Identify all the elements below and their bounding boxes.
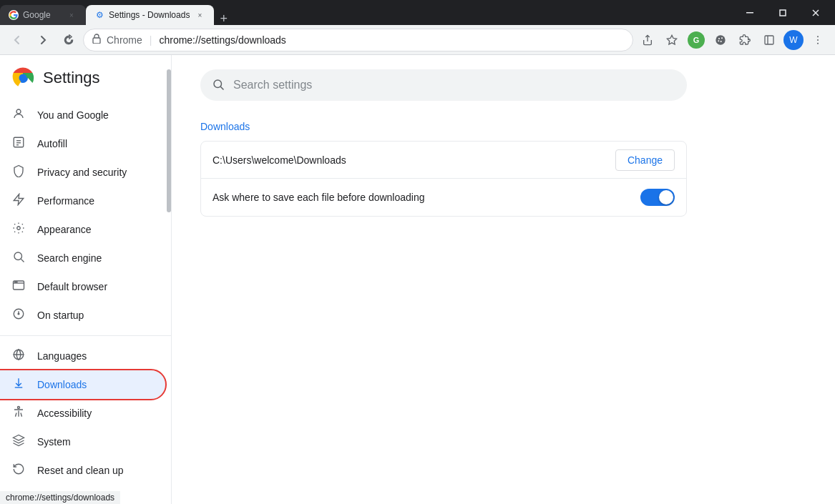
sidebar-item-on-startup[interactable]: On startup [0, 301, 165, 330]
sidebar-item-label-autofill: Autofill [37, 138, 67, 149]
nav-divider [0, 335, 171, 336]
share-icon[interactable] [636, 29, 659, 51]
sidebar-item-label-languages: Languages [37, 350, 87, 362]
sidebar-item-performance[interactable]: Performance [0, 187, 165, 215]
address-bar[interactable]: Chrome | chrome://settings/downloads [83, 29, 633, 51]
download-path-row: C:\Users\welcome\Downloads Change [201, 142, 686, 179]
settings-search-bar[interactable] [200, 69, 687, 101]
reset-clean-icon [11, 463, 26, 479]
svg-point-10 [721, 41, 722, 42]
sidebar-item-default-browser[interactable]: Default browser [0, 272, 165, 301]
sidebar: Settings You and Google Autofill Privacy… [0, 55, 172, 504]
sidebar-item-label-you-and-google: You and Google [37, 109, 109, 121]
svg-point-36 [18, 406, 20, 408]
new-tab-button[interactable]: + [214, 12, 233, 25]
svg-point-15 [817, 42, 819, 44]
google-avatar-icon[interactable]: G [685, 29, 708, 51]
sidebar-item-label-system: System [37, 436, 71, 448]
svg-point-14 [817, 39, 819, 41]
cookie-icon[interactable] [709, 29, 732, 51]
svg-point-9 [718, 40, 719, 41]
sidebar-item-label-appearance: Appearance [37, 224, 92, 235]
search-input[interactable] [233, 79, 675, 92]
appearance-icon [11, 222, 26, 238]
svg-line-38 [220, 87, 223, 89]
sidebar-item-label-privacy: Privacy and security [37, 167, 127, 178]
svg-rect-2 [780, 10, 786, 16]
scroll-thumb[interactable] [167, 69, 171, 212]
downloads-icon [11, 377, 26, 393]
status-url: chrome://settings/downloads [6, 493, 114, 503]
forward-button[interactable] [31, 29, 54, 51]
nav-bar: Chrome | chrome://settings/downloads G W [0, 25, 835, 55]
you-and-google-icon [11, 107, 26, 124]
ask-before-saving-toggle[interactable] [640, 189, 675, 206]
address-separator: | [150, 34, 152, 46]
sidebar-item-appearance[interactable]: Appearance [0, 215, 165, 244]
sidebar-item-label-search: Search engine [37, 252, 102, 264]
sidebar-item-label-reset-clean: Reset and clean up [37, 465, 124, 476]
svg-rect-11 [765, 36, 773, 44]
download-path-text: C:\Users\welcome\Downloads [213, 154, 615, 166]
default-browser-icon [11, 279, 26, 295]
sidebar-item-label-downloads: Downloads [37, 379, 87, 390]
tab-google-label: Google [23, 10, 62, 20]
svg-rect-5 [93, 38, 100, 44]
main-container: Settings You and Google Autofill Privacy… [0, 55, 835, 504]
address-url: chrome://settings/downloads [159, 34, 285, 46]
sidebar-item-label-performance: Performance [37, 195, 94, 207]
privacy-icon [11, 164, 26, 181]
sidebar-item-system[interactable]: System [0, 428, 165, 456]
sidebar-item-you-and-google[interactable]: You and Google [0, 101, 165, 129]
on-startup-icon [11, 307, 26, 324]
sidebar-item-reset-clean[interactable]: Reset and clean up [0, 456, 165, 485]
search-engine-icon [11, 250, 26, 267]
settings-header: Settings [0, 61, 171, 101]
tab-settings[interactable]: ⚙ Settings - Downloads × [86, 5, 214, 25]
svg-point-6 [716, 35, 725, 44]
svg-point-33 [18, 313, 19, 315]
tab-google-close[interactable]: × [66, 9, 77, 21]
address-lock-icon [92, 34, 101, 46]
change-button[interactable]: Change [615, 149, 675, 171]
window-controls [733, 0, 835, 25]
system-icon [11, 434, 26, 450]
bookmark-icon[interactable] [660, 29, 683, 51]
sidebar-item-search-engine[interactable]: Search engine [0, 244, 165, 272]
ask-toggle-label: Ask where to save each file before downl… [213, 192, 640, 203]
tab-google[interactable]: Google × [0, 5, 86, 25]
restore-button[interactable] [766, 0, 799, 25]
sidebar-scrollbar[interactable] [167, 55, 171, 504]
address-domain: Chrome [107, 34, 142, 46]
svg-line-26 [21, 259, 24, 262]
content-area: Downloads C:\Users\welcome\Downloads Cha… [172, 55, 835, 504]
reload-button[interactable] [57, 29, 80, 51]
accessibility-icon [11, 405, 26, 422]
profile-icon[interactable]: W [782, 29, 805, 51]
sidebar-toggle-icon[interactable] [758, 29, 781, 51]
google-favicon [9, 10, 19, 20]
autofill-icon [11, 136, 26, 152]
close-button[interactable] [799, 0, 832, 25]
sidebar-item-accessibility[interactable]: Accessibility [0, 399, 165, 428]
search-icon [212, 78, 225, 93]
extensions-icon[interactable] [733, 29, 756, 51]
status-bar: chrome://settings/downloads [0, 491, 120, 504]
settings-favicon: ⚙ [94, 10, 104, 20]
sidebar-item-languages[interactable]: Languages [0, 342, 165, 370]
sidebar-item-downloads[interactable]: Downloads [0, 370, 165, 399]
sidebar-item-privacy-security[interactable]: Privacy and security [0, 158, 165, 187]
tab-settings-label: Settings - Downloads [109, 10, 190, 20]
chrome-logo [11, 66, 34, 89]
back-button[interactable] [6, 29, 29, 51]
sidebar-item-label-on-startup: On startup [37, 310, 84, 321]
sidebar-item-autofill[interactable]: Autofill [0, 129, 165, 158]
svg-point-19 [16, 109, 21, 114]
tab-settings-close[interactable]: × [194, 9, 205, 21]
svg-rect-20 [14, 137, 24, 147]
toolbar-icons: G W [636, 29, 829, 51]
menu-icon[interactable] [806, 29, 829, 51]
languages-icon [11, 348, 26, 365]
minimize-button[interactable] [733, 0, 766, 25]
title-bar: Google × ⚙ Settings - Downloads × + [0, 0, 835, 25]
